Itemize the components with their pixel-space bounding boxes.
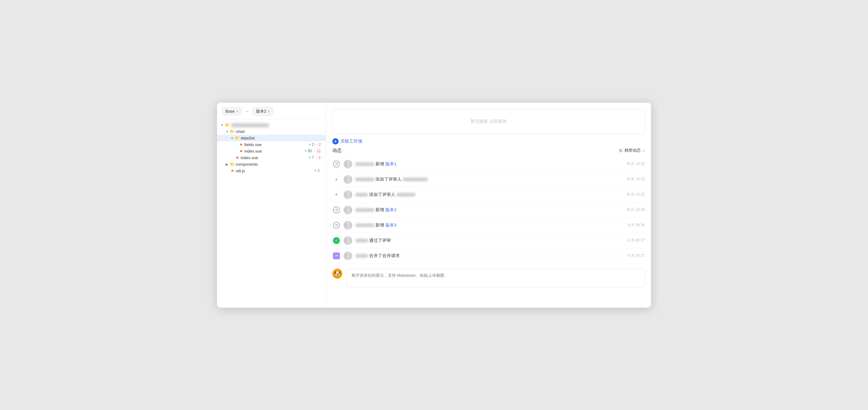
index-vue-1-label: index.vue	[244, 149, 305, 153]
activity-content-7: 合并了合并请求	[355, 253, 617, 259]
chart-toggle: ▾	[224, 130, 229, 133]
dataset-folder-icon: 📁	[235, 136, 240, 140]
description-area[interactable]: 暂无描述 点击添加	[332, 109, 645, 134]
activity-row-1: ⊙ 新增 版本1 昨天 19:22	[332, 157, 645, 172]
activity-time-5: 今天 09:36	[620, 223, 645, 228]
activity-avatar-7	[344, 252, 352, 260]
tree-item-dataset[interactable]: ▾ 📁 dataSet	[217, 135, 326, 141]
activity-content-3: 添加了评审人	[355, 192, 617, 198]
activity-reviewee-2	[403, 178, 428, 181]
app-window: Base ∨ → 版本2 ∨ ▾ 📁 ▾ 📁 chart	[217, 102, 651, 308]
base-arrow: ∨	[236, 110, 238, 113]
version-bar: Base ∨ → 版本2 ∨	[217, 102, 326, 119]
index-vue-1-icon: ■	[238, 149, 244, 153]
link-work-item-button[interactable]: + 关联工作项	[326, 134, 369, 148]
fields-vue-label: fields.vue	[244, 142, 309, 147]
base-label: Base	[225, 109, 235, 114]
tree-item-chart[interactable]: ▾ 📁 chart	[217, 128, 326, 135]
base-version-select[interactable]: Base ∨	[222, 107, 242, 115]
version-label: 版本2	[256, 109, 266, 114]
activity-row-2: + 添加了评审人 昨天 19:22	[332, 172, 645, 187]
activity-list: ⊙ 新增 版本1 昨天 19:22 +	[332, 157, 645, 264]
index-vue-2-label: index.vue	[240, 155, 309, 160]
tree-item-util-js[interactable]: ■ util.js + 2	[217, 168, 326, 174]
activity-time-3: 昨天 19:22	[620, 192, 645, 197]
util-js-icon: ■	[229, 169, 235, 173]
activity-row-4: ⊙ 新增 版本2 昨天 19:30	[332, 203, 645, 218]
activity-user-7	[355, 254, 368, 258]
activity-icon-branch-1: ⊙	[332, 160, 340, 168]
util-js-diff: + 2	[314, 169, 321, 173]
left-panel: Base ∨ → 版本2 ∨ ▾ 📁 ▾ 📁 chart	[217, 102, 326, 308]
index-vue-2-icon: ■	[235, 155, 240, 160]
tree-item-components[interactable]: ▶ 📁 components	[217, 161, 326, 168]
right-panel: 暂无描述 点击添加 + 关联工作项 动态 ⊞ 精简动态 ∨ ⊙	[326, 102, 651, 308]
chart-label: chart	[235, 129, 326, 134]
activity-content-4: 新增 版本2	[355, 207, 617, 213]
util-js-label: util.js	[235, 169, 314, 173]
activity-time-6: 今天 09:37	[620, 238, 645, 243]
activity-link-v3[interactable]: 版本3	[385, 223, 397, 228]
dataset-toggle: ▾	[229, 136, 235, 140]
components-label: components	[235, 162, 326, 167]
activity-row-7: ⇄ 合并了合并请求 今天 09:37	[332, 248, 645, 264]
activity-header: 动态 ⊞ 精简动态 ∨	[332, 148, 645, 153]
activity-user-5	[355, 224, 374, 227]
activity-reviewee-3	[397, 193, 415, 197]
version-arrow: ∨	[268, 110, 270, 113]
tree-item-index-vue-2[interactable]: ■ index.vue + 7 - 1	[217, 154, 326, 161]
activity-avatar-1	[344, 160, 352, 169]
activity-avatar-3	[344, 191, 352, 199]
activity-content-1: 新增 版本1	[355, 161, 617, 167]
activity-icon-branch-4: ⊙	[332, 206, 340, 214]
activity-icon-plus-2: +	[332, 175, 340, 183]
activity-link-v2[interactable]: 版本2	[385, 207, 397, 213]
comment-input[interactable]	[346, 269, 645, 287]
activity-content-2: 添加了评审人	[355, 177, 617, 182]
index-vue-2-diff: + 7 - 1	[309, 155, 321, 160]
description-placeholder: 暂无描述 点击添加	[470, 119, 507, 123]
activity-avatar-2	[344, 175, 352, 184]
tree-item-fields-vue[interactable]: ■ fields.vue + 2 - 2	[217, 141, 326, 148]
root-toggle: ▾	[219, 123, 224, 127]
activity-time-2: 昨天 19:22	[620, 177, 645, 182]
activity-user-6	[355, 239, 368, 242]
file-tree: ▾ 📁 ▾ 📁 chart ▾ 📁 dataSet ■	[217, 119, 326, 308]
activity-icon-plus-3: +	[332, 191, 340, 199]
activity-row-6: ✓ 通过了评审 今天 09:37	[332, 233, 645, 248]
tree-item-index-vue-1[interactable]: ■ index.vue + 90 - 12	[217, 148, 326, 154]
tree-root[interactable]: ▾ 📁	[217, 122, 326, 128]
activity-icon-branch-5: ⊙	[332, 221, 340, 229]
activity-user-4	[355, 208, 374, 212]
activity-icon-merge-7: ⇄	[332, 252, 340, 260]
filter-bar[interactable]: ⊞ 精简动态 ∨	[619, 148, 645, 153]
activity-link-v1[interactable]: 版本1	[385, 161, 397, 167]
filter-label: 精简动态	[624, 148, 641, 153]
activity-content-5: 新增 版本3	[355, 223, 617, 228]
filter-icon: ⊞	[619, 148, 623, 153]
activity-row-3: + 添加了评审人 昨天 19:22	[332, 187, 645, 203]
comment-area: 🐶	[326, 264, 651, 294]
link-work-item-label: 关联工作项	[340, 139, 362, 144]
fields-vue-diff: + 2 - 2	[309, 142, 321, 147]
version-separator-arrow: →	[245, 109, 249, 114]
target-version-select[interactable]: 版本2 ∨	[252, 107, 273, 116]
components-folder-icon: 📁	[229, 162, 235, 167]
activity-time-4: 昨天 19:30	[620, 207, 645, 212]
activity-avatar-5	[344, 221, 352, 230]
activity-time-1: 昨天 19:22	[620, 161, 645, 167]
filter-chevron: ∨	[643, 149, 645, 152]
activity-time-7: 今天 09:37	[620, 253, 645, 258]
activity-user-2	[355, 178, 374, 181]
activity-user-1	[355, 162, 374, 166]
root-folder-icon: 📁	[224, 123, 230, 127]
components-toggle: ▶	[224, 163, 229, 166]
activity-icon-check-6: ✓	[332, 236, 340, 245]
chart-folder-icon: 📁	[229, 129, 235, 134]
activity-title: 动态	[332, 148, 342, 153]
comment-avatar: 🐶	[332, 269, 342, 279]
activity-avatar-6	[344, 236, 352, 245]
index-vue-1-diff: + 90 - 12	[305, 149, 321, 153]
link-plus-icon: +	[332, 138, 339, 144]
fields-vue-icon: ■	[238, 142, 244, 147]
